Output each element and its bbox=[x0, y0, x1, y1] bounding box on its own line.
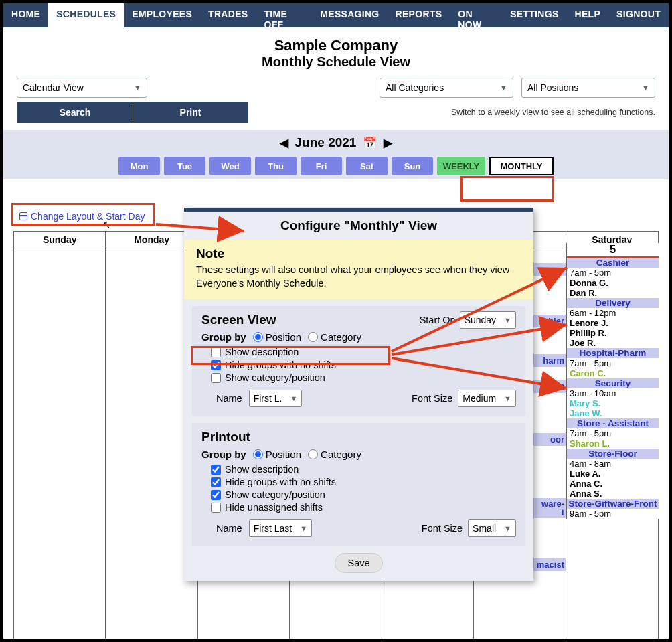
nav-help[interactable]: HELP bbox=[567, 3, 609, 27]
chevron-down-icon: ▼ bbox=[300, 524, 307, 532]
po-hide-unassigned[interactable] bbox=[211, 503, 221, 513]
po-name-label: Name bbox=[216, 523, 242, 534]
sv-show-catpos[interactable] bbox=[211, 373, 221, 383]
position-group: Store-Giftware-Front bbox=[567, 499, 659, 509]
saturday-column: 5 Cashier7am - 5pmDonna G.Dan R.Delivery… bbox=[566, 243, 659, 519]
nav-messaging[interactable]: MESSAGING bbox=[312, 3, 387, 27]
employee-name: Luke A. bbox=[567, 469, 659, 479]
sv-font-select[interactable]: Medium▼ bbox=[458, 390, 516, 407]
save-button[interactable]: Save bbox=[335, 553, 383, 573]
view-select-value: Calendar View bbox=[23, 82, 84, 93]
chevron-down-icon: ▼ bbox=[504, 524, 511, 532]
position-group: Security bbox=[567, 378, 659, 388]
nav-settings[interactable]: SETTINGS bbox=[502, 3, 566, 27]
partial-column: er ashier harm istant oor ware-t macist bbox=[533, 243, 566, 571]
po-hide-groups[interactable] bbox=[211, 477, 221, 487]
nav-trades[interactable]: TRADES bbox=[200, 3, 256, 27]
shift-time: 7am - 5pm bbox=[567, 428, 659, 438]
position-group: Store - Assistant bbox=[567, 418, 659, 428]
po-font-select[interactable]: Small▼ bbox=[468, 519, 516, 537]
start-on-label: Start On bbox=[420, 315, 456, 325]
position-group: Delivery bbox=[567, 298, 659, 308]
chevron-down-icon: ▼ bbox=[504, 394, 511, 402]
day-thu[interactable]: Thu bbox=[255, 157, 297, 175]
nav-timeoff[interactable]: TIME OFF bbox=[256, 3, 312, 27]
chevron-down-icon: ▼ bbox=[134, 84, 141, 92]
po-category-radio[interactable]: Category bbox=[308, 449, 361, 460]
dialog-title: Configure "Monthly" View bbox=[184, 212, 533, 240]
position-select-value: All Positions bbox=[527, 82, 578, 93]
employee-name: Dan R. bbox=[567, 288, 659, 298]
calendar-icon[interactable]: 📅 bbox=[363, 136, 377, 150]
printout-title: Printout bbox=[201, 430, 516, 445]
day-fri[interactable]: Fri bbox=[301, 157, 342, 175]
employee-name: Caron C. bbox=[567, 368, 659, 378]
company-title: Sample Company bbox=[3, 37, 669, 54]
po-position-radio[interactable]: Position bbox=[253, 449, 301, 460]
note-body: These settings will also control what yo… bbox=[196, 264, 521, 290]
monthly-button[interactable]: MONTHLY bbox=[489, 157, 554, 175]
position-select[interactable]: All Positions ▼ bbox=[521, 78, 655, 98]
weekly-button[interactable]: WEEKLY bbox=[437, 157, 485, 175]
configure-dialog: Configure "Monthly" View Note These sett… bbox=[184, 208, 533, 581]
nav-schedules[interactable]: SCHEDULES bbox=[48, 3, 124, 27]
sv-hide-groups[interactable] bbox=[211, 360, 221, 370]
saturday-daynum: 5 bbox=[567, 243, 659, 258]
sv-position-radio-input[interactable] bbox=[253, 332, 263, 342]
po-show-desc[interactable] bbox=[211, 465, 221, 475]
layout-icon bbox=[19, 212, 27, 220]
sv-font-label: Font Size bbox=[412, 393, 452, 404]
search-button[interactable]: Search bbox=[17, 102, 133, 123]
employee-name: Mary S. bbox=[567, 398, 659, 408]
sv-name-select[interactable]: First L.▼ bbox=[249, 390, 303, 407]
group-by-label: Group by bbox=[201, 449, 246, 460]
category-select[interactable]: All Categories ▼ bbox=[380, 78, 513, 98]
month-label: June 2021 bbox=[295, 135, 357, 150]
po-name-select[interactable]: First Last▼ bbox=[249, 519, 312, 537]
nav-home[interactable]: HOME bbox=[3, 3, 48, 27]
day-tue[interactable]: Tue bbox=[164, 157, 205, 175]
shift-time: 9am - 5pm bbox=[567, 509, 659, 519]
nav-employees[interactable]: EMPLOYEES bbox=[124, 3, 200, 27]
position-group: Hospital-Pharm bbox=[567, 348, 659, 358]
shift-time: 6am - 12pm bbox=[567, 308, 659, 318]
start-on-select[interactable]: Sunday▼ bbox=[460, 311, 516, 329]
po-position-radio-input[interactable] bbox=[253, 449, 263, 459]
employee-name: Donna G. bbox=[567, 278, 659, 288]
employee-name: Lenore J. bbox=[567, 318, 659, 328]
day-mon[interactable]: Mon bbox=[118, 157, 160, 175]
change-layout-link[interactable]: Change Layout & Start Day bbox=[19, 211, 145, 222]
prev-month-icon[interactable]: ◀ bbox=[280, 136, 288, 150]
day-sun[interactable]: Sun bbox=[392, 157, 433, 175]
sv-category-radio-input[interactable] bbox=[308, 332, 318, 342]
sv-show-desc[interactable] bbox=[211, 347, 221, 357]
col-sunday: Sunday bbox=[14, 232, 106, 248]
day-wed[interactable]: Wed bbox=[209, 157, 251, 175]
print-button[interactable]: Print bbox=[133, 102, 248, 123]
position-group: Store-Floor bbox=[567, 449, 659, 459]
day-sat[interactable]: Sat bbox=[346, 157, 388, 175]
sv-position-radio[interactable]: Position bbox=[253, 331, 301, 343]
nav-reports[interactable]: REPORTS bbox=[388, 3, 450, 27]
shift-time: 4am - 8am bbox=[567, 459, 659, 469]
switch-note: Switch to a weekly view to see all sched… bbox=[451, 108, 655, 117]
view-title: Monthly Schedule View bbox=[3, 54, 669, 70]
nav-signout[interactable]: SIGNOUT bbox=[608, 3, 669, 27]
next-month-icon[interactable]: ▶ bbox=[384, 136, 392, 150]
annot-monthly-box bbox=[460, 176, 554, 202]
sv-category-radio[interactable]: Category bbox=[308, 331, 361, 343]
shift-time: 7am - 5pm bbox=[567, 358, 659, 368]
chevron-down-icon: ▼ bbox=[290, 394, 297, 402]
employee-name: Phillip R. bbox=[567, 328, 659, 338]
nav-onnow[interactable]: ON NOW bbox=[450, 3, 502, 27]
group-by-label: Group by bbox=[201, 331, 246, 343]
change-layout-label: Change Layout & Start Day bbox=[31, 211, 145, 222]
po-show-catpos[interactable] bbox=[211, 490, 221, 500]
employee-name: Sharon L. bbox=[567, 438, 659, 449]
employee-name: Anna C. bbox=[567, 479, 659, 489]
category-select-value: All Categories bbox=[386, 82, 444, 93]
chevron-down-icon: ▼ bbox=[500, 84, 507, 92]
po-category-radio-input[interactable] bbox=[308, 449, 318, 459]
shift-time: 3am - 10am bbox=[567, 388, 659, 398]
view-select[interactable]: Calendar View ▼ bbox=[17, 78, 147, 98]
